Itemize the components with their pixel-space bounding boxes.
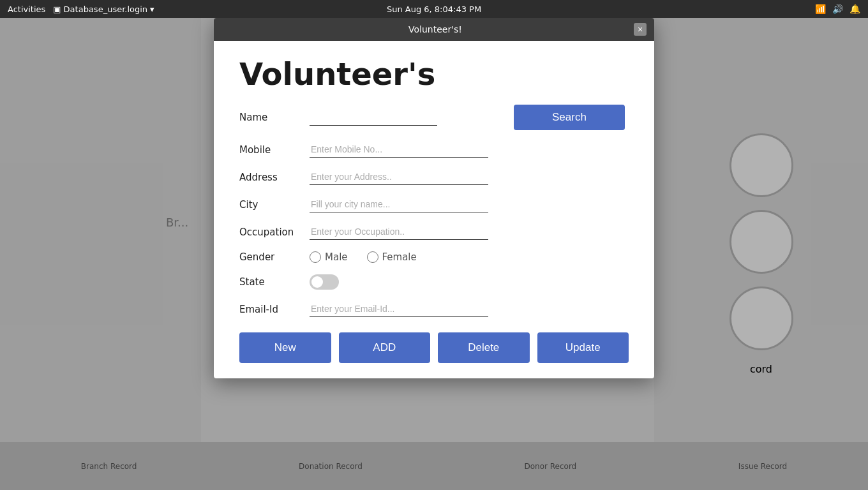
city-row: City <box>239 197 629 212</box>
datetime-display: Sun Aug 6, 8:04:43 PM <box>387 4 481 14</box>
mobile-input[interactable] <box>310 142 488 158</box>
name-label: Name <box>239 112 310 123</box>
email-row: Email-Id <box>239 301 629 317</box>
state-row: State <box>239 274 629 290</box>
email-label: Email-Id <box>239 304 310 315</box>
address-label: Address <box>239 172 310 183</box>
mobile-label: Mobile <box>239 144 310 156</box>
gender-male-radio[interactable] <box>310 251 321 263</box>
gender-female-option[interactable]: Female <box>367 251 417 263</box>
mobile-row: Mobile <box>239 142 629 158</box>
notification-icon: 🔔 <box>849 4 860 14</box>
gender-label: Gender <box>239 251 310 263</box>
dropdown-icon[interactable]: ▾ <box>150 4 154 14</box>
app-name-display[interactable]: ▣ Database_user.login ▾ <box>53 4 154 14</box>
name-input[interactable] <box>310 110 437 126</box>
gender-row: Gender Male Female <box>239 251 629 263</box>
system-tray: 📶 🔊 🔔 <box>815 4 860 14</box>
system-bar: Activities ▣ Database_user.login ▾ Sun A… <box>0 0 868 18</box>
city-label: City <box>239 199 310 211</box>
modal-close-button[interactable]: × <box>634 23 647 36</box>
gender-male-option[interactable]: Male <box>310 251 348 263</box>
toggle-slider <box>310 274 339 290</box>
occupation-label: Occupation <box>239 226 310 238</box>
email-input[interactable] <box>310 301 488 317</box>
window-icon: ▣ <box>53 4 61 14</box>
state-label: State <box>239 276 310 288</box>
action-buttons-row: New ADD Delete Update <box>239 332 629 363</box>
modal-title: Volunteer's! <box>237 24 634 34</box>
occupation-row: Occupation <box>239 224 629 240</box>
modal-titlebar: Volunteer's! × <box>214 18 654 41</box>
activities-button[interactable]: Activities <box>8 4 45 14</box>
name-search-row: Name Search <box>239 105 629 130</box>
gender-female-radio[interactable] <box>367 251 378 263</box>
new-button[interactable]: New <box>239 332 331 363</box>
occupation-input[interactable] <box>310 224 488 240</box>
state-toggle[interactable] <box>310 274 339 290</box>
modal-body: Volunteer's Name Search Mobile Address C… <box>214 41 654 378</box>
address-row: Address <box>239 169 629 185</box>
volume-icon: 🔊 <box>832 4 843 14</box>
address-input[interactable] <box>310 169 488 185</box>
search-button[interactable]: Search <box>514 105 625 130</box>
add-button[interactable]: ADD <box>339 332 431 363</box>
gender-female-label: Female <box>382 251 417 263</box>
city-input[interactable] <box>310 197 488 212</box>
modal-heading: Volunteer's <box>239 59 629 89</box>
delete-button[interactable]: Delete <box>438 332 530 363</box>
update-button[interactable]: Update <box>537 332 629 363</box>
gender-male-label: Male <box>325 251 348 263</box>
gender-options: Male Female <box>310 251 417 263</box>
wifi-icon: 📶 <box>815 4 826 14</box>
volunteers-modal: Volunteer's! × Volunteer's Name Search M… <box>214 18 654 378</box>
